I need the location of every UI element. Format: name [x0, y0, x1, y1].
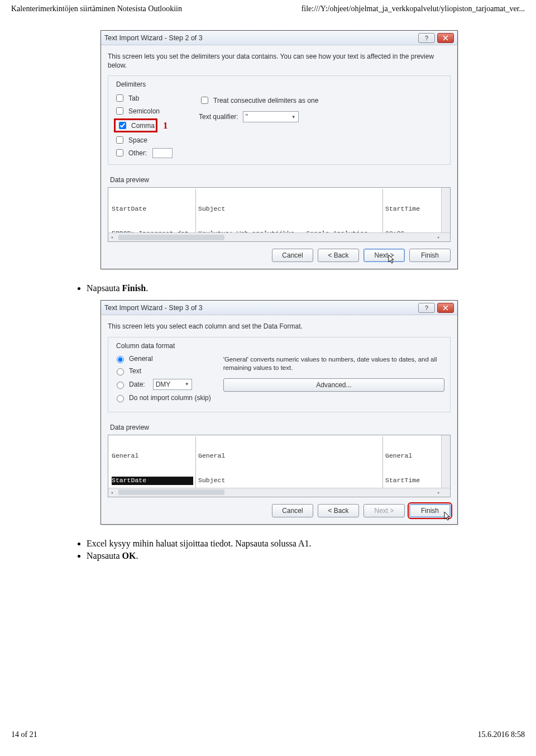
horizontal-scrollbar[interactable]: ◂▸	[108, 488, 450, 497]
data-preview: General StartDate ERROR: Incorrect dat E…	[108, 435, 451, 497]
delimiter-semicolon-label: Semicolon	[128, 107, 160, 115]
text-qualifier-select[interactable]: " ▼	[243, 111, 299, 122]
page-number: 14 of 21	[11, 730, 37, 739]
text-qualifier-label: Text qualifier:	[199, 113, 238, 121]
data-preview-label: Data preview	[110, 424, 451, 431]
treat-consecutive-checkbox[interactable]: Treat consecutive delimiters as one	[199, 95, 444, 106]
page-timestamp: 15.6.2016 8:58	[478, 730, 525, 739]
instruction-ok: Napsauta OK.	[87, 551, 500, 561]
preview-col3-header: StartTime	[385, 477, 432, 484]
format-date-label: Date:	[129, 381, 145, 388]
format-skip-label: Do not import column (skip)	[129, 394, 211, 402]
dialog-description: This screen lets you set the delimiters …	[108, 52, 451, 70]
preview-col2-format: General	[198, 452, 380, 460]
preview-col3-format: General	[385, 452, 432, 460]
preview-col2-header: Subject	[198, 477, 380, 484]
preview-col2-header: Subject	[198, 205, 380, 213]
treat-consecutive-label: Treat consecutive delimiters as one	[213, 97, 318, 104]
date-format-value: DMY	[156, 381, 171, 388]
delimiter-comma-checkbox[interactable]: Comma	[114, 118, 157, 132]
callout-1: 1	[163, 120, 168, 131]
help-icon[interactable]: ?	[418, 303, 435, 313]
delimiter-space-checkbox[interactable]: Space	[114, 135, 181, 145]
delimiter-semicolon-checkbox[interactable]: Semicolon	[114, 106, 181, 116]
preview-col1-header: StartDate	[112, 205, 193, 213]
back-button[interactable]: < Back	[318, 504, 359, 517]
text-qualifier-value: "	[246, 113, 248, 121]
delimiter-comma-label: Comma	[131, 122, 155, 130]
close-icon[interactable]	[437, 33, 454, 43]
doc-url-right: file:///Y:/ohjeet/ohjelmat_ja_verkkopalv…	[302, 4, 525, 13]
preview-col3-header: StartTime	[385, 205, 432, 213]
cursor-icon	[388, 254, 396, 264]
column-data-format-legend: Column data format	[114, 342, 177, 350]
back-button[interactable]: < Back	[318, 249, 359, 262]
preview-col1-format: General	[112, 452, 193, 460]
delimiter-other-checkbox[interactable]: Other:	[114, 148, 181, 158]
advanced-button[interactable]: Advanced...	[223, 378, 444, 392]
delimiter-tab-checkbox[interactable]: Tab	[114, 93, 181, 103]
date-format-select[interactable]: DMY ▼	[153, 379, 192, 390]
close-icon[interactable]	[437, 303, 454, 313]
format-date-radio[interactable]: Date: DMY ▼	[114, 379, 211, 390]
format-general-radio[interactable]: General	[114, 354, 211, 363]
finish-button[interactable]: Finish	[409, 249, 451, 262]
wizard-step3-dialog: Text Import Wizard - Step 3 of 3 ? This …	[100, 300, 458, 524]
delimiter-tab-label: Tab	[128, 94, 139, 102]
next-button[interactable]: Next >	[363, 249, 405, 262]
next-button: Next >	[363, 504, 405, 517]
help-icon[interactable]: ?	[418, 33, 435, 43]
delimiters-legend: Delimiters	[114, 80, 148, 88]
instruction-finish: Napsauta Finish.	[87, 283, 500, 293]
format-text-label: Text	[129, 367, 141, 375]
format-text-radio[interactable]: Text	[114, 367, 211, 375]
doc-title-left: Kalenterimerkintöjen siirtäminen Notesis…	[11, 4, 182, 13]
cursor-icon	[444, 511, 452, 521]
titlebar: Text Import Wizard - Step 3 of 3 ?	[101, 301, 457, 315]
general-note: 'General' converts numeric values to num…	[223, 355, 444, 373]
data-preview: StartDate ERROR: Incorrect dat ERROR: In…	[108, 187, 451, 242]
chevron-down-icon: ▼	[185, 382, 189, 387]
cancel-button[interactable]: Cancel	[272, 504, 313, 517]
delimiter-other-label: Other:	[128, 149, 147, 157]
format-skip-radio[interactable]: Do not import column (skip)	[114, 393, 211, 402]
format-general-label: General	[129, 355, 153, 363]
dialog-title: Text Import Wizard - Step 2 of 3	[104, 34, 416, 42]
delimiter-space-label: Space	[128, 136, 147, 144]
chevron-down-icon: ▼	[291, 115, 296, 120]
data-preview-label: Data preview	[110, 176, 451, 184]
titlebar: Text Import Wizard - Step 2 of 3 ?	[101, 31, 457, 45]
delimiter-other-input[interactable]	[152, 148, 173, 158]
preview-col1-header: StartDate	[112, 477, 193, 484]
vertical-scrollbar[interactable]	[441, 188, 450, 232]
dialog-description: This screen lets you select each column …	[108, 322, 451, 331]
instruction-excel-a1: Excel kysyy mihin haluat sijoittaa tiedo…	[87, 539, 500, 549]
wizard-step2-dialog: Text Import Wizard - Step 2 of 3 ? This …	[100, 30, 458, 269]
vertical-scrollbar[interactable]	[441, 435, 450, 488]
horizontal-scrollbar[interactable]: ◂▸	[108, 232, 450, 241]
cancel-button[interactable]: Cancel	[272, 249, 313, 262]
dialog-title: Text Import Wizard - Step 3 of 3	[104, 304, 416, 312]
